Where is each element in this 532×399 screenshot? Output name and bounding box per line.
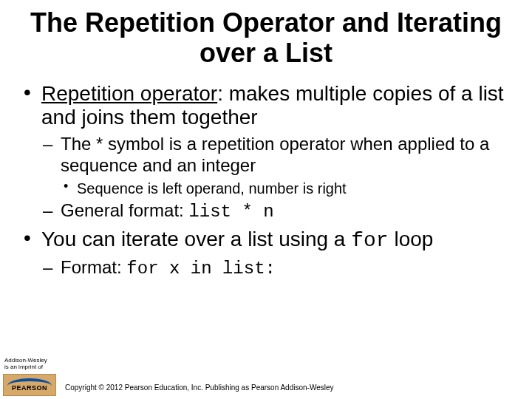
bullet-1-sub-2-code: list * n [188,202,273,222]
bullet-2-code: for [351,229,388,252]
slide: The Repetition Operator and Iterating ov… [0,0,532,399]
bullet-1-sub-1-text: The * symbol is a repetition operator wh… [61,134,489,175]
bullet-1-sub-1-sub-1: Sequence is left operand, number is righ… [61,180,511,197]
bullet-1-sub-1: The * symbol is a repetition operator wh… [41,134,511,197]
bullet-list: Repetition operator: makes multiple copi… [21,82,511,280]
imprint-line-2: is an imprint of [4,364,47,371]
bullet-1-sub-2-lead: General format: [61,200,188,220]
slide-title: The Repetition Operator and Iterating ov… [21,7,511,69]
imprint-text: Addison-Wesley is an imprint of [4,358,47,371]
copyright-text: Copyright © 2012 Pearson Education, Inc.… [65,383,334,392]
bullet-2-sub-1-code: for x in list: [126,259,276,279]
footer: Addison-Wesley is an imprint of PEARSON … [0,355,532,399]
bullet-1-sub-1-sublist: Sequence is left operand, number is righ… [61,180,511,197]
bullet-2-sub-1-lead: Format: [61,257,126,277]
bullet-2: You can iterate over a list using a for … [21,228,511,280]
bullet-1-term: Repetition operator [41,82,217,105]
bullet-2-sublist: Format: for x in list: [41,257,511,280]
bullet-2-tail: loop [389,228,434,250]
bullet-1-sub-2: General format: list * n [41,200,511,223]
pearson-logo: PEARSON [3,374,56,396]
bullet-2-sub-1: Format: for x in list: [41,257,511,280]
pearson-logo-text: PEARSON [12,384,47,392]
bullet-1: Repetition operator: makes multiple copi… [21,82,511,223]
bullet-2-lead: You can iterate over a list using a [41,228,351,250]
bullet-1-sublist: The * symbol is a repetition operator wh… [41,134,511,222]
